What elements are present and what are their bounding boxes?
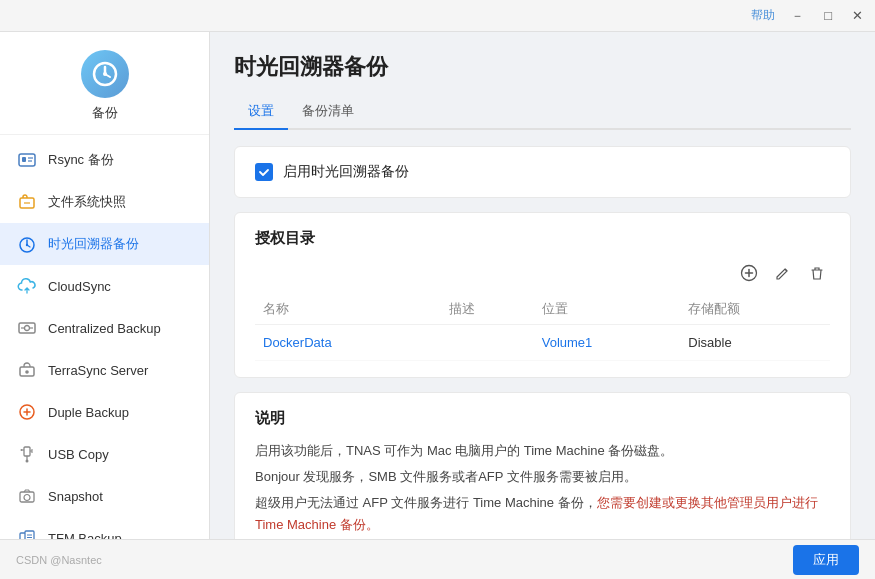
svg-point-3	[103, 72, 107, 76]
sidebar-item-centralized[interactable]: Centralized Backup	[0, 307, 209, 349]
notes-text: 启用该功能后，TNAS 可作为 Mac 电脑用户的 Time Machine 备…	[255, 440, 830, 536]
sidebar-item-rsync-label: Rsync 备份	[48, 151, 193, 169]
sidebar-app-title: 备份	[92, 104, 118, 122]
close-button[interactable]: ✕	[848, 6, 867, 25]
rsync-icon	[16, 149, 38, 171]
col-header-name: 名称	[255, 294, 441, 325]
table-toolbar	[255, 260, 830, 286]
app-body: 备份 Rsync 备份	[0, 32, 875, 539]
cell-location: Volume1	[534, 325, 681, 361]
restore-button[interactable]: □	[820, 6, 836, 25]
tfm-icon	[16, 527, 38, 539]
sidebar-item-tfm[interactable]: TFM Backup	[0, 517, 209, 539]
col-header-quota: 存储配额	[680, 294, 830, 325]
col-header-location: 位置	[534, 294, 681, 325]
footer-brand: CSDN @Nasntec	[16, 554, 102, 566]
filesystem-icon	[16, 191, 38, 213]
edit-button[interactable]	[770, 260, 796, 286]
minimize-button[interactable]: －	[787, 5, 808, 27]
section-title: 授权目录	[255, 229, 830, 248]
table-row: DockerData Volume1 Disable	[255, 325, 830, 361]
sidebar-item-duple-label: Duple Backup	[48, 405, 193, 420]
notes-card: 说明 启用该功能后，TNAS 可作为 Mac 电脑用户的 Time Machin…	[234, 392, 851, 539]
app-icon	[81, 50, 129, 98]
note-highlight: 您需要创建或更换其他管理员用户进行 Time Machine 备份。	[255, 495, 818, 532]
svg-rect-21	[24, 447, 30, 456]
svg-point-29	[24, 495, 30, 501]
cloudsync-icon	[16, 275, 38, 297]
title-bar: 帮助 － □ ✕	[0, 0, 875, 32]
sidebar-item-snapshot[interactable]: Snapshot	[0, 475, 209, 517]
svg-rect-4	[19, 154, 35, 166]
tab-settings[interactable]: 设置	[234, 96, 288, 130]
authorized-dirs-card: 授权目录	[234, 212, 851, 378]
notes-title: 说明	[255, 409, 830, 428]
tab-bar: 设置 备份清单	[234, 96, 851, 130]
title-bar-actions: 帮助 － □ ✕	[751, 5, 867, 27]
terrasync-icon	[16, 359, 38, 381]
note-item: 超级用户无法通过 AFP 文件服务进行 Time Machine 备份，您需要创…	[255, 492, 830, 536]
sidebar-item-timemachine[interactable]: 时光回溯器备份	[0, 223, 209, 265]
sidebar-item-filesystem-label: 文件系统快照	[48, 193, 193, 211]
sidebar-item-duple[interactable]: Duple Backup	[0, 391, 209, 433]
tab-list[interactable]: 备份清单	[288, 96, 368, 130]
sidebar-item-usbcopy[interactable]: USB Copy	[0, 433, 209, 475]
duple-icon	[16, 401, 38, 423]
svg-point-23	[26, 460, 29, 463]
delete-button[interactable]	[804, 260, 830, 286]
svg-point-19	[25, 370, 29, 374]
sidebar-item-centralized-label: Centralized Backup	[48, 321, 193, 336]
snapshot-icon	[16, 485, 38, 507]
enable-checkbox-label: 启用时光回溯器备份	[283, 163, 409, 181]
cell-desc	[441, 325, 533, 361]
sidebar-item-terrasync[interactable]: TerraSync Server	[0, 349, 209, 391]
footer: CSDN @Nasntec 应用	[0, 539, 875, 579]
note-item: 启用该功能后，TNAS 可作为 Mac 电脑用户的 Time Machine 备…	[255, 440, 830, 462]
svg-point-25	[21, 449, 23, 451]
cell-quota: Disable	[680, 325, 830, 361]
sidebar-item-terrasync-label: TerraSync Server	[48, 363, 193, 378]
sidebar-header: 备份	[0, 32, 209, 135]
enable-card: 启用时光回溯器备份	[234, 146, 851, 198]
cell-name[interactable]: DockerData	[255, 325, 441, 361]
sidebar-item-filesystem[interactable]: 文件系统快照	[0, 181, 209, 223]
sidebar-nav: Rsync 备份 文件系统快照	[0, 135, 209, 539]
dirs-table: 名称 描述 位置 存储配额 DockerData Volume1 Disable	[255, 294, 830, 361]
help-link[interactable]: 帮助	[751, 7, 775, 24]
svg-point-13	[26, 244, 28, 246]
sidebar-item-cloudsync-label: CloudSync	[48, 279, 193, 294]
main-content: 时光回溯器备份 设置 备份清单 启用时光回溯器备份 授权目录	[210, 32, 875, 539]
enable-checkbox[interactable]	[255, 163, 273, 181]
sidebar-item-cloudsync[interactable]: CloudSync	[0, 265, 209, 307]
sidebar: 备份 Rsync 备份	[0, 32, 210, 539]
timemachine-icon	[16, 233, 38, 255]
add-button[interactable]	[736, 260, 762, 286]
apply-button[interactable]: 应用	[793, 545, 859, 575]
sidebar-item-snapshot-label: Snapshot	[48, 489, 193, 504]
centralized-icon	[16, 317, 38, 339]
svg-rect-5	[22, 157, 26, 162]
sidebar-item-timemachine-label: 时光回溯器备份	[48, 235, 193, 253]
svg-point-15	[25, 326, 30, 331]
note-item: Bonjour 发现服务，SMB 文件服务或者AFP 文件服务需要被启用。	[255, 466, 830, 488]
sidebar-item-tfm-label: TFM Backup	[48, 531, 193, 540]
col-header-desc: 描述	[441, 294, 533, 325]
page-title: 时光回溯器备份	[234, 52, 851, 82]
usbcopy-icon	[16, 443, 38, 465]
sidebar-item-usbcopy-label: USB Copy	[48, 447, 193, 462]
enable-checkbox-row: 启用时光回溯器备份	[255, 163, 830, 181]
sidebar-item-rsync[interactable]: Rsync 备份	[0, 139, 209, 181]
